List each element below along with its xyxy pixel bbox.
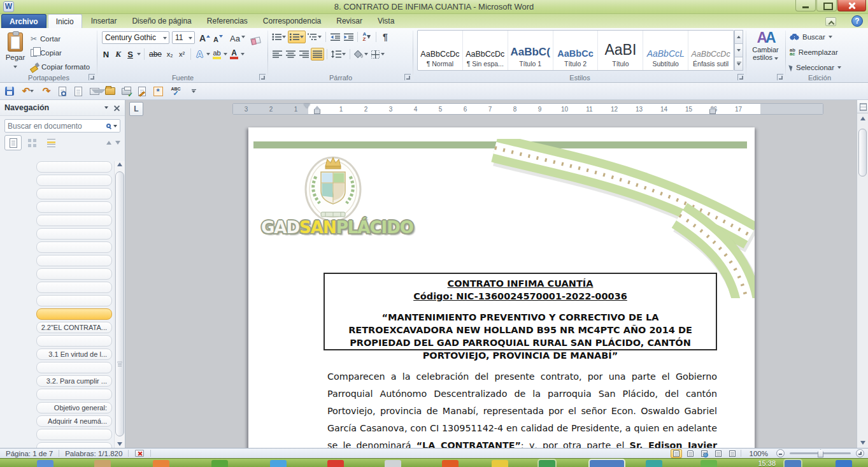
spelling-grammar-button[interactable]: ABC✓ (168, 85, 183, 97)
web-layout-view-button[interactable] (699, 449, 710, 458)
proofing-errors-icon[interactable] (135, 450, 144, 457)
zoom-in-button[interactable] (856, 449, 864, 457)
toggle-ruler-button[interactable] (857, 100, 868, 113)
hanging-indent-marker[interactable] (314, 109, 320, 114)
nav-tab-browse-headings[interactable] (4, 135, 22, 150)
italic-button[interactable]: K (113, 48, 124, 61)
align-left-button[interactable] (271, 48, 283, 61)
styles-scroll-down-icon[interactable] (734, 44, 743, 57)
shrink-font-button[interactable]: A (212, 31, 224, 44)
change-styles-dialog-launcher-icon[interactable] (777, 74, 783, 80)
tab-inicio[interactable]: Inicio (48, 14, 82, 28)
zoom-out-button[interactable] (776, 449, 785, 457)
nav-heading-item[interactable] (36, 241, 112, 253)
grow-font-button[interactable]: A (198, 31, 211, 44)
zoom-slider-thumb[interactable] (818, 449, 823, 457)
nav-heading-item[interactable] (36, 215, 112, 226)
nav-heading-item[interactable] (36, 175, 112, 186)
styles-scroll-up-icon[interactable] (734, 30, 743, 44)
word-count-status[interactable]: Palabras: 1/1.820 (59, 450, 128, 457)
taskbar-icon[interactable] (492, 460, 508, 467)
highlight-button[interactable]: ab (211, 48, 222, 61)
clipboard-dialog-launcher-icon[interactable] (89, 74, 95, 80)
scroll-up-icon[interactable] (860, 117, 865, 120)
strikethrough-button[interactable]: abe (148, 48, 163, 61)
nav-heading-item[interactable] (36, 228, 112, 240)
taskbar-icon[interactable] (327, 460, 344, 467)
show-paragraph-marks-button[interactable]: ¶ (379, 31, 392, 43)
nav-heading-item[interactable] (36, 429, 112, 440)
styles-dialog-launcher-icon[interactable] (737, 74, 744, 80)
draft-view-button[interactable] (727, 449, 738, 458)
nav-scroll-up-icon[interactable] (117, 162, 122, 166)
nav-tab-browse-pages[interactable] (24, 135, 41, 150)
highlight-dropdown-icon[interactable] (224, 53, 227, 55)
document-page[interactable]: GADSANPLÁCIDO CONTRATO INFIMA CUANTÍA Có… (248, 127, 755, 448)
nav-heading-item[interactable]: Adquirir 4 neumá... (36, 415, 112, 427)
taskbar-icon[interactable] (785, 460, 801, 467)
attach-button[interactable] (89, 85, 100, 97)
change-case-button[interactable]: Aa (229, 31, 246, 44)
style-subtitle[interactable]: AaBbCcL Subtítulo (643, 31, 688, 70)
nav-heading-item[interactable] (36, 389, 112, 400)
text-effects-button[interactable]: A (194, 48, 205, 61)
zoom-slider[interactable] (790, 452, 851, 454)
nav-heading-item[interactable]: 3.2. Para cumplir ... (36, 375, 112, 387)
tab-revisar[interactable]: Revisar (329, 14, 370, 28)
font-color-dropdown-icon[interactable] (241, 53, 245, 55)
taskbar-icon[interactable] (270, 460, 287, 467)
taskbar-icon[interactable] (153, 460, 169, 467)
navigation-scrollbar[interactable] (114, 161, 125, 448)
taskbar-icon[interactable] (539, 460, 555, 467)
restore-window-button[interactable] (816, 0, 837, 11)
outline-view-button[interactable] (713, 449, 724, 458)
sort-button[interactable]: AZ (360, 31, 373, 43)
style-normal[interactable]: AaBbCcDc ¶ Normal (418, 31, 463, 70)
horizontal-ruler[interactable]: 321 1234567891011121314151617 (232, 103, 823, 115)
nav-heading-item[interactable] (36, 308, 112, 320)
align-center-button[interactable] (284, 48, 297, 61)
new-document-button[interactable] (73, 85, 84, 97)
search-icon[interactable] (106, 124, 111, 128)
styles-expand-gallery-icon[interactable] (734, 57, 743, 71)
style-no-spacing[interactable]: AaBbCcDc ¶ Sin espa... (463, 31, 508, 70)
replace-button[interactable]: abac Reemplazar (790, 46, 838, 59)
pane-options-dropdown-icon[interactable] (104, 106, 108, 109)
nav-scroll-down-icon[interactable] (117, 442, 122, 446)
bullets-button[interactable] (271, 31, 287, 43)
multilevel-list-button[interactable] (306, 31, 323, 43)
nav-heading-item[interactable] (36, 255, 112, 266)
format-painter-button[interactable]: Copiar formato (31, 60, 90, 73)
minimize-ribbon-icon[interactable] (825, 17, 836, 26)
nav-heading-item[interactable] (36, 268, 112, 280)
taskbar-icon[interactable] (836, 460, 852, 467)
paste-button[interactable]: Pegar (3, 30, 28, 78)
nav-heading-item[interactable]: Objetivo general: (36, 402, 112, 413)
decrease-indent-button[interactable] (329, 31, 341, 43)
nav-heading-item[interactable]: 2.2"EL CONTRATA... (36, 322, 112, 333)
print-layout-view-button[interactable] (671, 449, 682, 458)
insert-button[interactable]: * (152, 85, 164, 97)
search-options-dropdown-icon[interactable] (113, 125, 117, 127)
customize-qat-button[interactable] (188, 85, 199, 97)
borders-button[interactable] (370, 48, 386, 61)
nav-heading-item[interactable] (36, 442, 112, 448)
search-input[interactable] (8, 122, 104, 131)
quick-print-button[interactable]: ✓ (120, 85, 132, 97)
style-heading-2[interactable]: AaBbCc Título 2 (553, 31, 599, 70)
right-indent-marker[interactable] (709, 109, 716, 114)
tab-correspondencia[interactable]: Correspondencia (255, 14, 329, 28)
open-button[interactable] (104, 85, 116, 97)
undo-button[interactable]: ↶ (20, 85, 36, 97)
font-dialog-launcher-icon[interactable] (259, 74, 266, 80)
nav-heading-item[interactable] (36, 362, 112, 373)
help-icon[interactable]: ? (851, 15, 863, 27)
vertical-scrollbar[interactable] (857, 100, 868, 448)
underline-button[interactable]: S (125, 48, 136, 61)
nav-heading-item[interactable] (36, 335, 112, 347)
taskbar-icon[interactable] (590, 460, 624, 467)
font-name-combobox[interactable]: Century Gothic (102, 31, 169, 44)
bold-button[interactable]: N (101, 48, 111, 61)
close-window-button[interactable] (837, 0, 866, 11)
nav-heading-item[interactable] (36, 295, 112, 306)
